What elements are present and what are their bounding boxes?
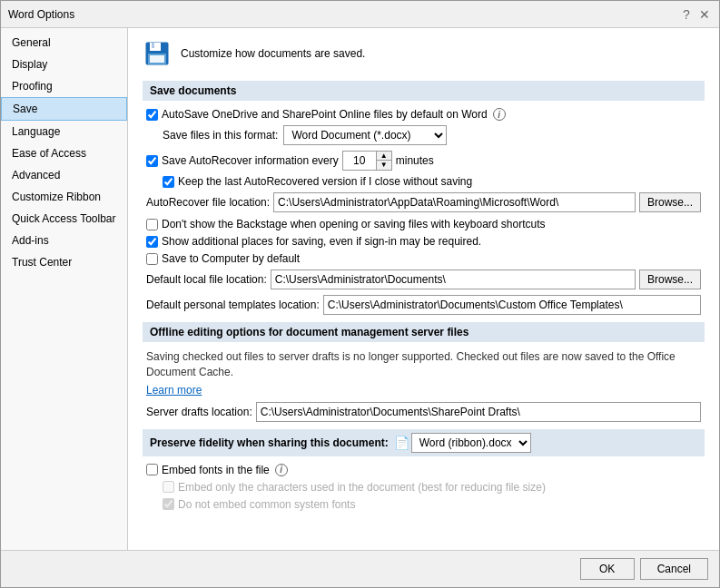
preserve-content: Embed fonts in the file i Embed only the…	[143, 464, 705, 511]
section2-content: Saving checked out files to server draft…	[143, 349, 705, 422]
preserve-title: Preserve fidelity when sharing this docu…	[150, 436, 389, 449]
default-local-row: Default local file location: Browse...	[146, 270, 701, 289]
cancel-button[interactable]: Cancel	[640, 558, 708, 580]
autorecover-location-row: AutoRecover file location: Browse...	[146, 192, 701, 212]
sidebar: General Display Proofing Save Language E…	[1, 28, 128, 550]
section1-content: AutoSave OneDrive and SharePoint Online …	[143, 108, 705, 315]
do-not-embed-row: Do not embed common system fonts	[146, 498, 701, 511]
server-drafts-row: Server drafts location:	[146, 402, 701, 422]
keep-last-checkbox[interactable]	[163, 176, 174, 188]
embed-fonts-row: Embed fonts in the file i	[146, 464, 701, 476]
learn-more-link[interactable]: Learn more	[146, 384, 202, 397]
section1-header: Save documents	[143, 81, 705, 101]
keep-last-label: Keep the last AutoRecovered version if I…	[178, 175, 472, 188]
svg-rect-2	[152, 43, 154, 48]
dont-show-backstage-row: Don't show the Backstage when opening or…	[146, 218, 701, 230]
sidebar-item-add-ins[interactable]: Add-ins	[1, 230, 127, 251]
svg-rect-4	[150, 55, 164, 63]
section2-header: Offline editing options for document man…	[143, 322, 705, 342]
do-not-embed-checkbox[interactable]	[163, 498, 174, 510]
sidebar-item-quick-access-toolbar[interactable]: Quick Access Toolbar	[1, 208, 127, 230]
autorecover-location-label: AutoRecover file location:	[146, 196, 270, 209]
sidebar-item-language[interactable]: Language	[1, 121, 127, 142]
header-text: Customize how documents are saved.	[181, 47, 365, 60]
browse1-button[interactable]: Browse...	[639, 192, 701, 212]
sidebar-item-proofing[interactable]: Proofing	[1, 75, 127, 97]
keep-last-row: Keep the last AutoRecovered version if I…	[146, 175, 701, 188]
default-templates-input[interactable]	[323, 295, 701, 315]
embed-fonts-label: Embed fonts in the file	[162, 464, 270, 476]
autosave-info-icon: i	[493, 108, 506, 121]
help-button[interactable]: ?	[679, 7, 694, 22]
word-options-dialog: Word Options ? ✕ General Display Proofin…	[0, 0, 720, 588]
embed-fonts-checkbox[interactable]	[146, 464, 158, 475]
show-additional-row: Show additional places for saving, even …	[146, 235, 701, 248]
offline-text: Saving checked out files to server draft…	[146, 349, 701, 380]
spinner-down-btn[interactable]: ▼	[377, 161, 391, 170]
save-icon	[143, 39, 172, 68]
sidebar-item-advanced[interactable]: Advanced	[1, 164, 127, 186]
autorecover-spinner: ▲ ▼	[342, 151, 392, 171]
doc-select-container: 📄 Word (ribbon).docx	[394, 433, 531, 453]
autorecover-checkbox[interactable]	[146, 155, 158, 167]
browse2-button[interactable]: Browse...	[639, 270, 701, 289]
dont-show-backstage-label: Don't show the Backstage when opening or…	[162, 218, 546, 230]
sidebar-item-ease-of-access[interactable]: Ease of Access	[1, 142, 127, 164]
autosave-label: AutoSave OneDrive and SharePoint Online …	[162, 108, 488, 121]
spinner-buttons: ▲ ▼	[376, 152, 391, 170]
title-bar: Word Options ? ✕	[1, 1, 719, 28]
autosave-row: AutoSave OneDrive and SharePoint Online …	[146, 108, 701, 121]
content-area: Customize how documents are saved. Save …	[128, 28, 719, 550]
spinner-up-btn[interactable]: ▲	[377, 152, 391, 161]
default-local-input[interactable]	[271, 270, 636, 289]
autorecover-label: Save AutoRecover information every	[162, 154, 339, 167]
preserve-fidelity-header: Preserve fidelity when sharing this docu…	[143, 429, 705, 456]
show-additional-label: Show additional places for saving, even …	[162, 235, 481, 248]
svg-rect-1	[150, 43, 161, 51]
doc-icon: 📄	[394, 436, 409, 450]
embed-only-label: Embed only the characters used in the do…	[178, 481, 546, 494]
sidebar-item-trust-center[interactable]: Trust Center	[1, 251, 127, 273]
ok-button[interactable]: OK	[580, 558, 635, 580]
save-to-computer-label: Save to Computer by default	[162, 252, 300, 265]
default-local-label: Default local file location:	[146, 273, 267, 286]
sidebar-item-save[interactable]: Save	[1, 97, 127, 121]
sidebar-item-customize-ribbon[interactable]: Customize Ribbon	[1, 186, 127, 208]
default-templates-label: Default personal templates location:	[146, 299, 320, 311]
autosave-checkbox[interactable]	[146, 109, 158, 121]
preserve-doc-select[interactable]: Word (ribbon).docx	[411, 433, 531, 453]
embed-only-checkbox[interactable]	[163, 481, 174, 493]
title-bar-left: Word Options	[8, 8, 74, 21]
autorecover-unit: minutes	[396, 154, 434, 167]
save-format-row: Save files in this format: Word Document…	[146, 125, 701, 145]
server-drafts-input[interactable]	[256, 402, 701, 422]
autorecover-row: Save AutoRecover information every ▲ ▼ m…	[146, 151, 701, 171]
autorecover-location-input[interactable]	[273, 192, 636, 212]
sidebar-item-general[interactable]: General	[1, 32, 127, 54]
embed-fonts-info-icon: i	[275, 464, 288, 476]
server-drafts-label: Server drafts location:	[146, 406, 252, 418]
dialog-title: Word Options	[8, 8, 74, 21]
embed-only-row: Embed only the characters used in the do…	[146, 481, 701, 494]
default-templates-row: Default personal templates location:	[146, 295, 701, 315]
close-button[interactable]: ✕	[697, 7, 712, 22]
title-bar-controls: ? ✕	[679, 7, 712, 22]
content-header: Customize how documents are saved.	[143, 39, 705, 68]
dialog-footer: OK Cancel	[1, 550, 719, 587]
show-additional-checkbox[interactable]	[146, 236, 158, 248]
save-to-computer-checkbox[interactable]	[146, 253, 158, 265]
autorecover-minutes-input[interactable]	[343, 152, 376, 170]
dialog-body: General Display Proofing Save Language E…	[1, 28, 719, 550]
do-not-embed-label: Do not embed common system fonts	[178, 498, 355, 511]
save-to-computer-row: Save to Computer by default	[146, 252, 701, 265]
save-format-label: Save files in this format:	[146, 129, 278, 142]
sidebar-item-display[interactable]: Display	[1, 54, 127, 75]
save-format-select[interactable]: Word Document (*.docx)	[283, 125, 447, 145]
dont-show-backstage-checkbox[interactable]	[146, 219, 158, 230]
